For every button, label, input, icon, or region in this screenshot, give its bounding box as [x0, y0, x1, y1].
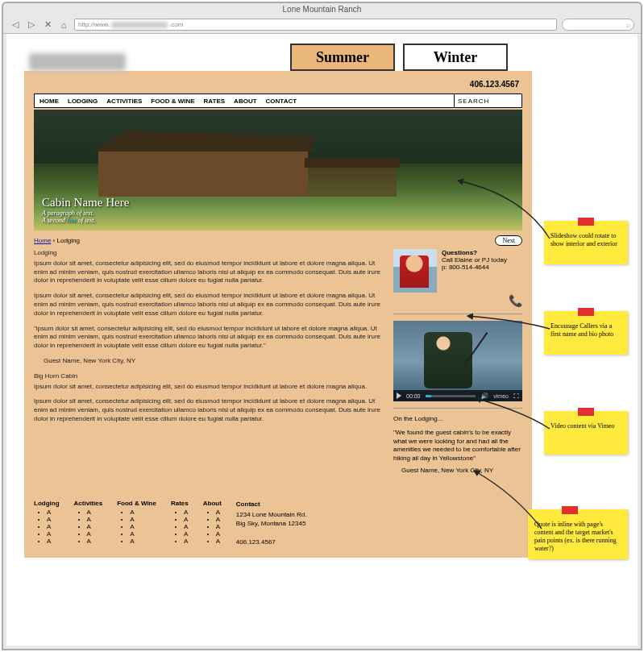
content-body: 406.123.4567 HOMELODGINGACTIVITIESFOOD &…	[24, 71, 532, 558]
browser-search[interactable]: ⌕	[562, 19, 634, 31]
main-nav: HOMELODGINGACTIVITIESFOOD & WINERATESABO…	[34, 93, 522, 108]
tab-summer[interactable]: Summer	[290, 44, 395, 71]
nav-item-about[interactable]: ABOUT	[234, 98, 256, 105]
footer-link[interactable]: A	[184, 530, 189, 538]
footer-link[interactable]: A	[47, 530, 60, 538]
footer-col-lodging: LodgingAAAAA	[34, 500, 60, 546]
footer-list: AAAAA	[117, 509, 156, 545]
body-p1: Ipsum dolor sit amet, consectetur adipis…	[34, 260, 382, 285]
footer-col-activities: ActivitiesAAAAA	[74, 500, 103, 546]
questions-title: Questions?	[442, 249, 507, 256]
tab-winter[interactable]: Winter	[403, 44, 508, 71]
footer-heading: Food & Wine	[117, 500, 156, 507]
footer-link[interactable]: A	[87, 538, 103, 545]
divider	[393, 408, 522, 409]
footer-heading: About	[203, 500, 222, 507]
quote-heading: On the Lodging...	[393, 415, 522, 424]
browser-toolbar: ◁ ▷ ✕ ⌂ http://www. .com ⌕	[3, 16, 641, 34]
section-heading: Big Horn Cabin	[34, 372, 382, 381]
season-tabs: Summer Winter	[290, 44, 508, 71]
nav-item-home[interactable]: HOME	[39, 98, 59, 105]
page-title: Lodging	[34, 249, 382, 258]
footer-link[interactable]: A	[130, 530, 156, 538]
video-progress[interactable]	[426, 395, 476, 397]
footer-phone: 406.123.4567	[236, 538, 307, 546]
body-attrib1: Guest Name, New York City, NY	[34, 357, 382, 366]
nav-items: HOMELODGINGACTIVITIESFOOD & WINERATESABO…	[35, 94, 454, 107]
footer-link[interactable]: A	[216, 523, 222, 530]
questions-block: Questions? Call Elaine or PJ today p: 80…	[393, 249, 522, 293]
footer-link[interactable]: A	[184, 509, 189, 516]
footer-list: AAAAA	[74, 509, 103, 545]
top-area: Summer Winter	[24, 40, 532, 71]
footer-heading: Activities	[74, 500, 103, 507]
divider	[393, 314, 522, 314]
footer-link[interactable]: A	[184, 538, 189, 545]
header-phone: 406.123.4567	[34, 77, 522, 93]
breadcrumb-current: Lodging	[56, 237, 79, 244]
url-bar[interactable]: http://www. .com	[74, 19, 557, 31]
quote-text: "We found the guest cabin's to be exactl…	[393, 429, 522, 463]
video-player[interactable]: 00:00 🔊 vimeo ⛶	[393, 321, 522, 401]
footer-link[interactable]: A	[47, 509, 60, 516]
search-input[interactable]: SEARCH	[454, 94, 521, 107]
nav-item-food-wine[interactable]: FOOD & WINE	[151, 98, 194, 105]
phone-icon[interactable]: 📞	[393, 294, 522, 307]
footer-link[interactable]: A	[87, 530, 103, 538]
breadcrumb: Home › Lodging	[34, 237, 80, 244]
body-quote1: "ipsum dolor sit amet, consectetur adipi…	[34, 325, 382, 351]
footer-contact: Contact1234 Lone Mountain Rd.Big Sky, Mo…	[236, 500, 307, 546]
footer-link[interactable]: A	[184, 516, 189, 523]
footer-link[interactable]: A	[130, 538, 156, 545]
hero-slideshow[interactable]: Cabin Name Here A paragraph of text. A s…	[34, 110, 522, 230]
body-p5: Ipsum dolor sit amet, consectetur adipis…	[34, 397, 382, 423]
footer: LodgingAAAAAActivitiesAAAAAFood & WineAA…	[34, 500, 522, 546]
home-icon[interactable]: ⌂	[58, 19, 69, 31]
footer-addr2: Big Sky, Montana 12345	[236, 519, 307, 528]
footer-link[interactable]: A	[130, 509, 156, 516]
footer-list: AAAAA	[34, 509, 60, 545]
hero-line1: A paragraph of text.	[42, 210, 129, 217]
breadcrumb-home[interactable]: Home	[34, 237, 51, 244]
sticky-note-slideshow: Slideshow could rotate to show interior …	[544, 221, 628, 264]
columns: Lodging Ipsum dolor sit amet, consectetu…	[34, 249, 522, 476]
footer-link[interactable]: A	[130, 523, 156, 530]
back-icon[interactable]: ◁	[10, 19, 21, 31]
video-time: 00:00	[406, 393, 421, 399]
hero-line2-link[interactable]: line	[67, 217, 78, 224]
video-thumb	[424, 332, 472, 388]
footer-link[interactable]: A	[87, 516, 103, 523]
nav-item-rates[interactable]: RATES	[204, 98, 226, 105]
footer-link[interactable]: A	[87, 523, 103, 530]
footer-link[interactable]: A	[47, 516, 60, 523]
forward-icon[interactable]: ▷	[26, 19, 37, 31]
main-column: Lodging Ipsum dolor sit amet, consectetu…	[34, 249, 382, 476]
url-prefix: http://www.	[78, 21, 110, 28]
footer-link[interactable]: A	[130, 516, 156, 523]
nav-item-lodging[interactable]: LODGING	[68, 98, 98, 105]
footer-list: AAAAA	[203, 509, 222, 545]
footer-link[interactable]: A	[87, 509, 103, 516]
next-button[interactable]: Next	[495, 235, 522, 246]
volume-icon[interactable]: 🔊	[480, 392, 488, 400]
nav-item-contact[interactable]: CONTACT	[266, 98, 297, 105]
site-logo[interactable]	[29, 53, 126, 71]
footer-col-rates: RatesAAAAA	[171, 500, 189, 546]
browser-window: Lone Mountain Ranch ◁ ▷ ✕ ⌂ http://www. …	[2, 2, 642, 650]
fullscreen-icon[interactable]: ⛶	[513, 393, 519, 399]
stop-icon[interactable]: ✕	[42, 19, 53, 31]
footer-link[interactable]: A	[47, 538, 60, 545]
footer-link[interactable]: A	[216, 516, 222, 523]
questions-phone: p: 800-514-4644	[442, 264, 507, 271]
hero-line2: A second line of text.	[42, 217, 129, 224]
footer-link[interactable]: A	[216, 538, 222, 545]
footer-heading: Lodging	[34, 500, 60, 507]
hero-text: Cabin Name Here A paragraph of text. A s…	[42, 196, 129, 224]
footer-link[interactable]: A	[184, 523, 189, 530]
footer-link[interactable]: A	[216, 530, 222, 538]
nav-item-activities[interactable]: ACTIVITIES	[106, 98, 142, 105]
search-icon: ⌕	[626, 21, 630, 29]
play-icon[interactable]	[397, 392, 401, 399]
footer-link[interactable]: A	[216, 509, 222, 516]
footer-link[interactable]: A	[47, 523, 60, 530]
